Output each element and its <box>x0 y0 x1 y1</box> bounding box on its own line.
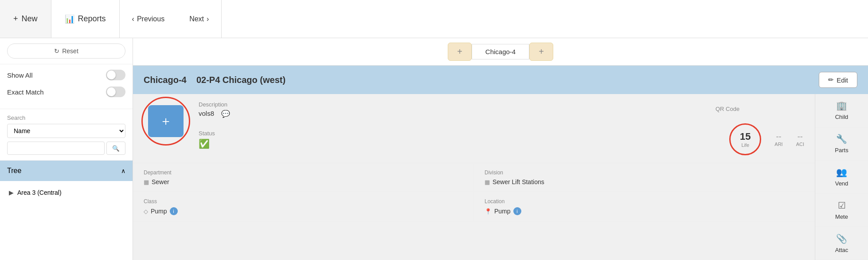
reports-icon: 📊 <box>65 14 74 24</box>
reset-section: ↻ Reset <box>0 38 133 64</box>
fields-grid: Department ▦ Sewer Division <box>133 163 815 222</box>
show-all-row: Show All <box>7 70 125 80</box>
status-label: Status <box>199 130 712 137</box>
parts-label: Parts <box>835 147 848 154</box>
edit-button[interactable]: ✏ Edit <box>819 72 857 88</box>
next-button[interactable]: Next › <box>177 0 221 38</box>
asset-plus-icon: ＋ <box>160 113 172 130</box>
tab-bar: + Chicago-4 + <box>133 38 868 66</box>
location-field: Location 📍 Pump i <box>474 192 815 222</box>
ari-label: ARI <box>774 142 782 147</box>
location-label: Location <box>485 198 804 205</box>
previous-label: Previous <box>137 15 164 23</box>
location-value: 📍 Pump i <box>485 207 804 215</box>
metrics-row: 15 Life -- ARI -- ACI <box>729 123 804 155</box>
asset-icon-wrapper[interactable]: ＋ <box>144 101 188 141</box>
tree-arrow-icon: ▶ <box>9 189 14 196</box>
tab-add-left-icon: + <box>457 47 462 56</box>
content-area: + Chicago-4 + Chicago-4 02-P4 Chicago (w… <box>133 38 868 260</box>
active-tab-label: Chicago-4 <box>485 48 516 55</box>
right-panel-parts[interactable]: 🔧 Parts <box>815 127 868 161</box>
ari-metric: -- ARI <box>774 132 782 147</box>
next-chevron-icon: › <box>207 15 209 23</box>
description-label: Description <box>199 101 698 108</box>
qr-code-section: QR Code <box>716 106 804 114</box>
search-field-select[interactable]: Name ID Description <box>7 124 125 138</box>
edit-label: Edit <box>837 76 848 84</box>
department-field: Department ▦ Sewer <box>133 163 474 192</box>
tree-header[interactable]: Tree ∧ <box>0 161 133 181</box>
search-section: Search Name ID Description 🔍 <box>0 109 133 161</box>
record-title: Chicago-4 02-P4 Chicago (west) <box>144 75 285 85</box>
status-area: ✅ <box>199 138 712 149</box>
tab-add-right-button[interactable]: + <box>529 43 553 61</box>
new-button[interactable]: + New <box>0 0 51 38</box>
status-metrics-row: Status ✅ 15 Life <box>199 123 804 155</box>
active-tab[interactable]: Chicago-4 <box>472 44 529 59</box>
description-section: Description vols8 💬 <box>199 101 698 118</box>
exact-match-row: Exact Match <box>7 87 125 97</box>
class-info-icon[interactable]: i <box>170 207 178 215</box>
toggle-knob-2 <box>107 87 116 96</box>
filter-section: Show All Exact Match <box>0 64 133 109</box>
search-input[interactable] <box>7 142 105 155</box>
sidebar: ↻ Reset Show All Exact Match <box>0 38 133 260</box>
location-pin-icon: 📍 <box>485 208 492 215</box>
department-icon: ▦ <box>144 179 149 185</box>
previous-button[interactable]: ‹ Previous <box>120 0 177 38</box>
toggle-knob <box>107 71 116 79</box>
record-header: Chicago-4 02-P4 Chicago (west) ✏ Edit <box>133 66 868 94</box>
next-label: Next <box>189 15 204 23</box>
right-panel: 🏢 Child 🔧 Parts 👥 Vend ☑ Mete <box>815 94 868 260</box>
tree-collapse-icon: ∧ <box>121 167 125 174</box>
description-area: vols8 💬 <box>199 110 698 118</box>
aci-label: ACI <box>796 142 804 147</box>
right-panel-meter[interactable]: ☑ Mete <box>815 193 868 227</box>
division-label: Division <box>485 169 804 176</box>
reset-icon: ↻ <box>54 47 59 55</box>
tree-item-label: Area 3 (Central) <box>17 189 62 196</box>
description-value: vols8 <box>199 110 214 117</box>
right-panel-attachment[interactable]: 📎 Attac <box>815 227 868 260</box>
edit-pencil-icon: ✏ <box>828 76 834 84</box>
building-icon: 🏢 <box>836 100 847 111</box>
show-all-label: Show All <box>7 71 33 79</box>
search-input-row: 🔍 <box>7 142 125 155</box>
right-panel-vendor[interactable]: 👥 Vend <box>815 161 868 194</box>
description-qr-row: Description vols8 💬 QR Code <box>199 101 804 118</box>
prev-chevron-icon: ‹ <box>132 15 134 23</box>
status-check-icon: ✅ <box>199 138 210 149</box>
reset-button[interactable]: ↻ Reset <box>7 43 125 59</box>
class-label: Class <box>144 198 463 205</box>
exact-match-label: Exact Match <box>7 88 44 96</box>
life-metric-circle: 15 Life <box>729 123 761 155</box>
search-field-label: Search <box>7 114 125 121</box>
toolbar: + New 📊 Reports ‹ Previous Next › <box>0 0 868 38</box>
division-field: Division ▦ Sewer Lift Stations <box>474 163 815 192</box>
class-icon: ◇ <box>144 208 148 215</box>
record-body: ＋ Description vols8 💬 <box>133 94 868 260</box>
tree-section: Tree ∧ ▶ Area 3 (Central) <box>0 161 133 260</box>
chat-icon[interactable]: 💬 <box>221 110 230 118</box>
tab-add-left-button[interactable]: + <box>448 43 472 61</box>
attachment-label: Attac <box>835 247 848 253</box>
reports-button[interactable]: 📊 Reports <box>51 0 120 38</box>
tree-label: Tree <box>7 167 21 175</box>
division-value: ▦ Sewer Lift Stations <box>485 178 804 185</box>
right-panel-child[interactable]: 🏢 Child <box>815 94 868 127</box>
exact-match-toggle[interactable] <box>106 87 125 97</box>
qr-code-label: QR Code <box>716 106 804 112</box>
tree-items: ▶ Area 3 (Central) <box>0 181 133 204</box>
class-value: ◇ Pump i <box>144 207 463 215</box>
search-button[interactable]: 🔍 <box>106 142 125 155</box>
tree-item[interactable]: ▶ Area 3 (Central) <box>0 185 133 201</box>
record-title-area: Chicago-4 02-P4 Chicago (west) <box>144 75 285 85</box>
vendor-icon: 👥 <box>836 167 847 177</box>
location-info-icon[interactable]: i <box>513 207 521 215</box>
asset-details: Description vols8 💬 QR Code <box>199 101 804 155</box>
status-section: Status ✅ <box>199 130 712 149</box>
plus-icon: + <box>13 14 18 24</box>
show-all-toggle[interactable] <box>106 70 125 80</box>
nav-buttons: ‹ Previous Next › <box>120 0 222 38</box>
tree-header-left: Tree <box>7 167 21 175</box>
